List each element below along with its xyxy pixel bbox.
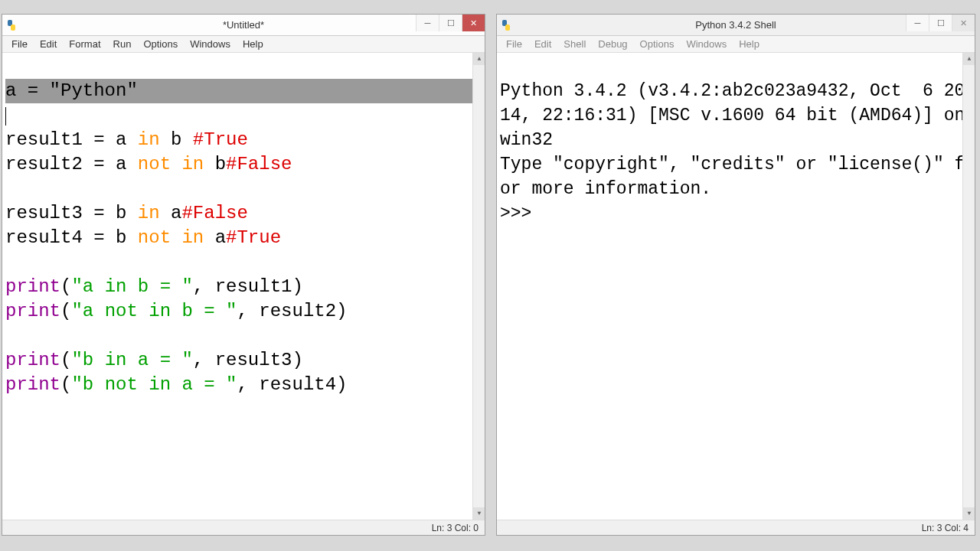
maximize-button[interactable]: ☐ (929, 15, 952, 31)
menubar: File Edit Shell Debug Options Windows He… (497, 36, 975, 53)
titlebar[interactable]: Python 3.4.2 Shell ─ ☐ ✕ (497, 15, 975, 36)
maximize-button[interactable]: ☐ (439, 15, 462, 31)
menu-options[interactable]: Options (634, 37, 681, 51)
window-title: Python 3.4.2 Shell (695, 19, 776, 31)
statusbar: Ln: 3 Col: 0 (2, 520, 485, 535)
shell-output[interactable]: Python 3.4.2 (v3.4.2:ab2c023a9432, Oct 6… (497, 53, 975, 520)
menu-edit[interactable]: Edit (528, 37, 557, 51)
scroll-down-icon[interactable]: ▼ (473, 507, 485, 520)
python-banner: Python 3.4.2 (v3.4.2:ab2c023a9432, Oct 6… (500, 81, 975, 150)
selection-line1: a = "Python" (5, 79, 482, 103)
menu-debug[interactable]: Debug (592, 37, 633, 51)
python-icon (5, 19, 18, 31)
titlebar[interactable]: *Untitled* ─ ☐ ✕ (2, 15, 485, 36)
svg-rect-1 (11, 24, 15, 31)
menu-shell[interactable]: Shell (557, 37, 592, 51)
window-controls: ─ ☐ ✕ (906, 15, 975, 31)
scroll-down-icon[interactable]: ▼ (963, 507, 975, 520)
cursor-position: Ln: 3 Col: 0 (432, 523, 479, 533)
menu-file[interactable]: File (5, 37, 34, 51)
statusbar: Ln: 3 Col: 4 (497, 520, 975, 535)
scrollbar[interactable]: ▲ ▼ (472, 53, 485, 520)
window-controls: ─ ☐ ✕ (416, 15, 485, 31)
menu-windows[interactable]: Windows (184, 37, 237, 51)
code-editor[interactable]: a = "Python"b = "Learn Python" result1 =… (2, 53, 485, 520)
menubar: File Edit Format Run Options Windows Hel… (2, 36, 485, 53)
prompt: >>> (500, 204, 542, 223)
menu-options[interactable]: Options (137, 37, 184, 51)
window-title: *Untitled* (223, 19, 264, 31)
minimize-button[interactable]: ─ (906, 15, 929, 31)
scrollbar[interactable]: ▲ ▼ (962, 53, 975, 520)
menu-edit[interactable]: Edit (34, 37, 63, 51)
python-help-text: Type "copyright", "credits" or "license(… (500, 155, 965, 199)
scroll-up-icon[interactable]: ▲ (963, 53, 975, 65)
menu-run[interactable]: Run (107, 37, 138, 51)
minimize-button[interactable]: ─ (416, 15, 439, 31)
scroll-up-icon[interactable]: ▲ (473, 53, 485, 65)
python-icon (500, 19, 512, 31)
menu-windows[interactable]: Windows (680, 37, 733, 51)
cursor-position: Ln: 3 Col: 4 (922, 523, 969, 533)
menu-file[interactable]: File (500, 37, 528, 51)
close-button[interactable]: ✕ (462, 15, 485, 31)
menu-format[interactable]: Format (63, 37, 106, 51)
svg-rect-3 (505, 24, 510, 31)
close-button[interactable]: ✕ (952, 15, 975, 31)
shell-window: Python 3.4.2 Shell ─ ☐ ✕ File Edit Shell… (496, 14, 975, 536)
editor-window: *Untitled* ─ ☐ ✕ File Edit Format Run Op… (2, 14, 485, 536)
text-cursor (5, 107, 6, 126)
menu-help[interactable]: Help (237, 37, 270, 51)
menu-help[interactable]: Help (733, 37, 766, 51)
